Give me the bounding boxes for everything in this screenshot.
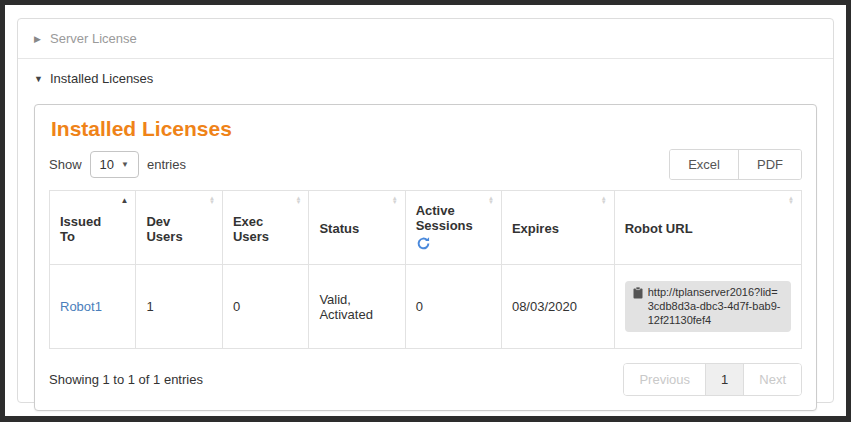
- export-button-group: Excel PDF: [669, 149, 802, 180]
- entries-label: entries: [147, 157, 186, 172]
- refresh-icon: [416, 236, 431, 251]
- sort-idle-icon: ▲▼: [788, 196, 794, 204]
- sort-idle-icon: ▲▼: [601, 196, 607, 204]
- sort-idle-icon: ▲▼: [295, 196, 301, 204]
- column-header-dev-users[interactable]: Dev Users ▲▼: [136, 191, 222, 265]
- sort-idle-icon: ▲▼: [488, 196, 494, 204]
- next-page-button[interactable]: Next: [744, 364, 801, 395]
- column-label: Dev Users: [146, 214, 182, 244]
- refresh-sessions-button[interactable]: [416, 236, 431, 251]
- column-label: Expires: [512, 221, 559, 236]
- accordion-label: Installed Licenses: [50, 71, 153, 86]
- column-label: Active Sessions: [416, 203, 473, 233]
- pdf-export-button[interactable]: PDF: [738, 150, 801, 179]
- page-length-select[interactable]: 10 ▼: [90, 151, 139, 178]
- table-controls: Show 10 ▼ entries Excel PDF: [49, 149, 802, 180]
- robot-url-text: http://tplanserver2016?lid=3cdb8d3a-dbc3…: [648, 286, 783, 327]
- excel-export-button[interactable]: Excel: [670, 150, 738, 179]
- chevron-down-icon: ▼: [34, 74, 50, 84]
- sort-asc-icon: ▲: [121, 196, 129, 205]
- column-header-robot-url[interactable]: Robot URL ▲▼: [614, 191, 801, 265]
- copy-robot-url-button[interactable]: http://tplanserver2016?lid=3cdb8d3a-dbc3…: [625, 281, 791, 332]
- sort-idle-icon: ▲▼: [392, 196, 398, 204]
- entries-summary: Showing 1 to 1 of 1 entries: [49, 372, 203, 387]
- pagination: Previous 1 Next: [623, 363, 802, 396]
- column-label: Status: [319, 221, 359, 236]
- column-label: Exec Users: [233, 214, 269, 244]
- cell-active-sessions: 0: [405, 265, 501, 349]
- cell-status: Valid, Activated: [309, 265, 405, 349]
- chevron-down-icon: ▼: [121, 160, 129, 169]
- page-length-control: Show 10 ▼ entries: [49, 151, 186, 178]
- license-link[interactable]: Robot1: [60, 299, 102, 314]
- column-label: Issued To: [60, 214, 101, 244]
- column-label: Robot URL: [625, 221, 693, 236]
- chevron-right-icon: ▶: [34, 34, 50, 44]
- installed-licenses-section: Installed Licenses Show 10 ▼ entries Exc…: [18, 98, 833, 422]
- license-admin-page: ▶ Server License ▼ Installed Licenses In…: [0, 0, 851, 422]
- table-row: Robot1 1 0 Valid, Activated 0 08/03/2020: [50, 265, 802, 349]
- cell-issued-to: Robot1: [50, 265, 136, 349]
- table-header-row: Issued To ▲ Dev Users ▲▼ Exec Users ▲▼: [50, 191, 802, 265]
- cell-dev-users: 1: [136, 265, 222, 349]
- column-header-active-sessions[interactable]: Active Sessions ▲▼: [405, 191, 501, 265]
- column-header-expires[interactable]: Expires ▲▼: [501, 191, 614, 265]
- installed-licenses-panel: Installed Licenses Show 10 ▼ entries Exc…: [34, 104, 817, 411]
- column-header-issued-to[interactable]: Issued To ▲: [50, 191, 136, 265]
- page-number-button[interactable]: 1: [705, 364, 744, 395]
- sort-idle-icon: ▲▼: [209, 196, 215, 204]
- accordion-header-installed-licenses[interactable]: ▼ Installed Licenses: [18, 59, 833, 98]
- show-label: Show: [49, 157, 82, 172]
- accordion-header-server-license[interactable]: ▶ Server License: [18, 19, 833, 58]
- column-header-status[interactable]: Status ▲▼: [309, 191, 405, 265]
- panel-title: Installed Licenses: [51, 117, 802, 141]
- cell-robot-url: http://tplanserver2016?lid=3cdb8d3a-dbc3…: [614, 265, 801, 349]
- column-header-exec-users[interactable]: Exec Users ▲▼: [222, 191, 308, 265]
- cell-expires: 08/03/2020: [501, 265, 614, 349]
- accordion-card: ▶ Server License ▼ Installed Licenses In…: [17, 18, 834, 403]
- page-length-value: 10: [100, 157, 114, 172]
- accordion-label: Server License: [50, 31, 137, 46]
- table-footer: Showing 1 to 1 of 1 entries Previous 1 N…: [49, 363, 802, 396]
- installed-licenses-table: Issued To ▲ Dev Users ▲▼ Exec Users ▲▼: [49, 190, 802, 349]
- previous-page-button[interactable]: Previous: [624, 364, 705, 395]
- cell-exec-users: 0: [222, 265, 308, 349]
- clipboard-icon: [633, 287, 643, 299]
